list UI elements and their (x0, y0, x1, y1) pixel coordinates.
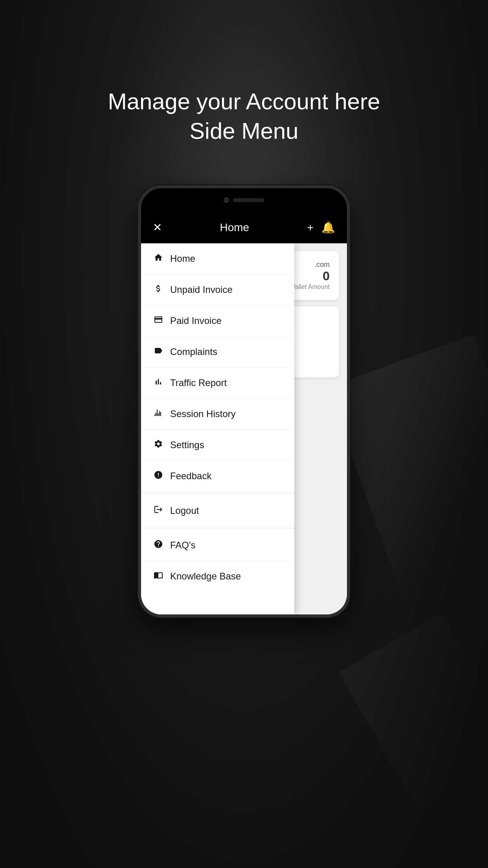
feedback-icon (153, 470, 164, 482)
drawer-divider-2 (141, 528, 294, 528)
camera-notch (224, 197, 229, 203)
sidebar-item-traffic-report[interactable]: Traffic Report (141, 368, 294, 399)
phone-notch (141, 188, 347, 212)
sidebar-item-settings[interactable]: Settings (141, 430, 294, 461)
paid-invoice-icon (153, 315, 164, 327)
feedback-label: Feedback (170, 471, 211, 482)
settings-icon (153, 439, 164, 451)
unpaid-invoice-icon (153, 284, 164, 296)
app-title: Home (220, 221, 249, 234)
traffic-report-icon (153, 377, 164, 389)
sidebar-item-complaints[interactable]: Complaints (141, 337, 294, 368)
notification-button[interactable]: 🔔 (321, 221, 335, 234)
add-button[interactable]: + (307, 221, 314, 234)
home-label: Home (170, 253, 195, 264)
complaints-label: Complaints (170, 346, 217, 357)
session-history-label: Session History (170, 408, 236, 419)
header-line2: Side Menu (108, 116, 380, 145)
app-header: ✕ Home + 🔔 (141, 212, 347, 243)
header-right-icons: + 🔔 (307, 221, 335, 234)
home-icon (153, 253, 164, 265)
traffic-report-label: Traffic Report (170, 377, 227, 388)
session-history-icon (153, 408, 164, 420)
faqs-label: FAQ's (170, 540, 196, 551)
close-button[interactable]: ✕ (153, 221, 162, 234)
side-drawer: Home Unpaid Invoice Paid Invoice (141, 243, 294, 614)
logout-label: Logout (170, 505, 199, 516)
phone-frame: ✕ Home + 🔔 .com 0 Wallet Amount subscrip… (138, 185, 350, 618)
unpaid-invoice-label: Unpaid Invoice (170, 284, 233, 295)
header-line1: Manage your Account here (108, 86, 380, 116)
logout-icon (153, 505, 164, 517)
sidebar-item-unpaid-invoice[interactable]: Unpaid Invoice (141, 274, 294, 305)
sidebar-item-knowledge-base[interactable]: Knowledge Base (141, 561, 294, 592)
sidebar-item-feedback[interactable]: Feedback (141, 461, 294, 492)
paid-invoice-label: Paid Invoice (170, 315, 222, 326)
knowledge-base-label: Knowledge Base (170, 571, 241, 582)
sidebar-item-faqs[interactable]: FAQ's (141, 530, 294, 561)
complaints-icon (153, 346, 164, 358)
speaker-notch (233, 198, 264, 202)
page-header: Manage your Account here Side Menu (108, 86, 380, 146)
knowledge-base-icon (153, 570, 164, 582)
sidebar-item-session-history[interactable]: Session History (141, 399, 294, 430)
phone-screen: .com 0 Wallet Amount subscription 411 Da… (141, 243, 347, 614)
sidebar-item-home[interactable]: Home (141, 243, 294, 274)
settings-label: Settings (170, 440, 204, 451)
faqs-icon (153, 539, 164, 551)
sidebar-item-logout[interactable]: Logout (141, 495, 294, 526)
drawer-divider-1 (141, 493, 294, 494)
sidebar-item-paid-invoice[interactable]: Paid Invoice (141, 305, 294, 337)
